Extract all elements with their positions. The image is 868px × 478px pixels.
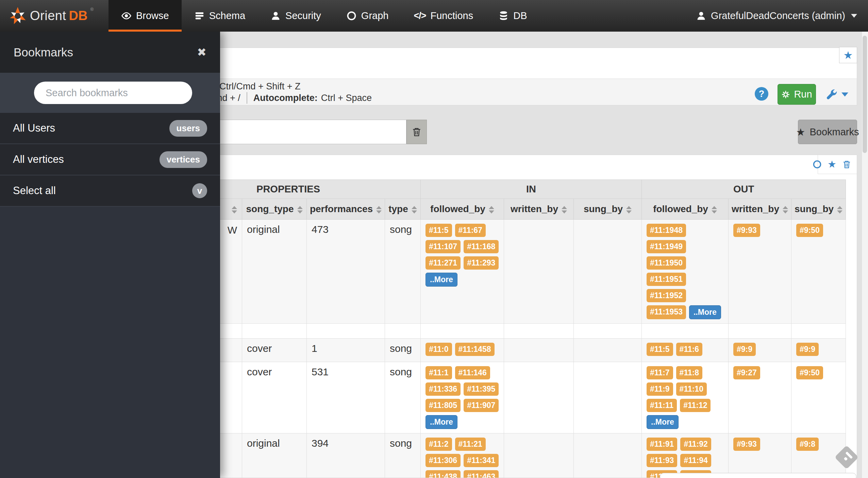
record-id-badge[interactable]: #11:1	[425, 366, 452, 379]
record-links: #9:93	[733, 438, 786, 451]
record-id-badge[interactable]: #11:107	[425, 240, 461, 253]
record-id-badge[interactable]: #9:93	[733, 438, 760, 451]
record-id-badge[interactable]: #11:438	[425, 470, 461, 478]
record-id-badge[interactable]: #11:1458	[455, 343, 495, 356]
bookmark-item-all-vertices[interactable]: All vertices vertices	[0, 144, 220, 175]
record-id-badge[interactable]: #11:21	[455, 438, 486, 451]
record-id-badge[interactable]: #11:336	[425, 382, 461, 396]
record-links: #11:1#11:146#11:336#11:395#11:805#11:907…	[425, 366, 499, 429]
record-id-badge[interactable]: #11:8	[676, 366, 703, 379]
horizontal-scrollbar[interactable]	[660, 473, 856, 478]
nav-tab-browse[interactable]: Browse	[108, 0, 182, 32]
record-id-badge[interactable]: #9:8	[796, 438, 819, 451]
vertical-scrollbar[interactable]	[862, 32, 868, 478]
column-header-performances[interactable]: performances	[307, 199, 385, 220]
record-id-badge[interactable]: #9:9	[796, 343, 819, 356]
record-id-badge[interactable]: #11:168	[464, 240, 499, 253]
nav-tab-db[interactable]: DB	[486, 0, 539, 32]
record-id-badge[interactable]: #11:1953	[647, 305, 686, 319]
column-header-type[interactable]: type	[385, 199, 421, 220]
record-id-badge[interactable]: #11:92	[680, 438, 711, 451]
record-id-badge[interactable]: #9:93	[733, 224, 760, 237]
nav-tab-graph[interactable]: Graph	[334, 0, 401, 32]
column-header-out-sung-by[interactable]: sung_by	[791, 199, 846, 220]
record-id-badge[interactable]: #11:12	[680, 399, 711, 412]
record-id-badge[interactable]: #11:463	[464, 470, 499, 478]
cell-out-sung-by: #9:9	[791, 339, 846, 362]
clear-query-button[interactable]	[406, 120, 427, 144]
record-id-badge[interactable]: #11:11	[647, 399, 677, 412]
record-id-badge[interactable]: #11:1952	[647, 289, 686, 302]
column-header-in-written-by[interactable]: written_by	[504, 199, 574, 220]
record-id-badge[interactable]: #11:0	[425, 343, 452, 356]
record-id-badge[interactable]: #11:907	[464, 399, 499, 412]
record-id-badge[interactable]: #11:94	[680, 454, 711, 467]
record-id-badge[interactable]: #11:91	[647, 438, 677, 451]
bookmark-item-all-users[interactable]: All Users users	[0, 113, 220, 144]
brand-text-db: DB	[69, 8, 87, 23]
record-id-badge[interactable]: #11:93	[647, 454, 677, 467]
record-id-badge[interactable]: #11:271	[425, 256, 461, 270]
more-button[interactable]: ..More	[689, 305, 721, 319]
record-id-badge[interactable]: #9:27	[733, 366, 760, 379]
run-button[interactable]: Run	[778, 84, 816, 105]
record-links: #9:50	[796, 224, 841, 237]
record-id-badge[interactable]: #11:9	[647, 382, 673, 396]
record-id-badge[interactable]: #11:5	[425, 224, 452, 237]
orientdb-logo[interactable]: OrientDB ®	[0, 0, 108, 32]
graph-view-icon[interactable]	[813, 160, 822, 169]
cell-in-written-by	[504, 433, 574, 478]
record-id-badge[interactable]: #11:2	[425, 438, 452, 451]
record-id-badge[interactable]: #11:1948	[647, 224, 686, 237]
vertical-scrollbar-thumb[interactable]	[863, 36, 867, 153]
more-button[interactable]: ..More	[647, 415, 679, 429]
column-header-out-written-by[interactable]: written_by	[729, 199, 791, 220]
record-id-badge[interactable]: #9:50	[796, 224, 823, 237]
record-id-badge[interactable]: #11:306	[425, 454, 461, 467]
cell-in-sung-by	[574, 362, 642, 433]
record-id-badge[interactable]: #11:1950	[647, 256, 686, 270]
user-menu[interactable]: GratefulDeadConcerts (admin)	[685, 0, 868, 32]
search-bookmarks-input[interactable]	[34, 82, 192, 104]
record-id-badge[interactable]: #11:67	[455, 224, 486, 237]
sort-icon	[783, 206, 788, 214]
nav-tab-label: DB	[513, 10, 527, 21]
hint-undo-redo: Ctrl/Cmd + Shift + Z	[219, 81, 301, 92]
bookmark-item-select-all[interactable]: Select all v	[0, 175, 220, 207]
record-id-badge[interactable]: #11:1951	[647, 273, 686, 286]
cell-in-sung-by	[574, 339, 642, 362]
record-id-badge[interactable]: #11:7	[647, 366, 673, 379]
help-button[interactable]: ?	[755, 87, 768, 101]
delete-results-icon[interactable]	[842, 160, 851, 169]
nav-tab-security[interactable]: Security	[258, 0, 334, 32]
close-icon[interactable]: ✖	[197, 47, 206, 58]
bookmark-class-badge: vertices	[160, 151, 207, 168]
nav-tab-schema[interactable]: Schema	[182, 0, 258, 32]
more-button[interactable]: ..More	[425, 273, 457, 287]
bookmarks-button[interactable]: ★ Bookmarks	[798, 120, 857, 144]
record-id-badge[interactable]: #11:6	[676, 343, 703, 356]
record-id-badge[interactable]: #9:9	[733, 343, 756, 356]
record-id-badge[interactable]: #9:50	[796, 366, 823, 379]
column-header-out-followed-by[interactable]: followed_by	[642, 199, 729, 220]
nav-tab-functions[interactable]: </> Functions	[401, 0, 486, 32]
record-id-badge[interactable]: #11:395	[464, 382, 499, 396]
query-options-dropdown[interactable]	[826, 89, 848, 100]
more-button[interactable]: ..More	[425, 415, 457, 429]
record-id-badge[interactable]: #11:10	[676, 382, 707, 396]
record-id-badge[interactable]: #11:293	[464, 256, 499, 270]
nav-tab-label: Functions	[430, 10, 473, 21]
cell-out-written-by: #9:93	[729, 220, 791, 324]
record-id-badge[interactable]: #11:1949	[647, 240, 686, 253]
record-id-badge[interactable]: #11:341	[464, 454, 499, 467]
record-id-badge[interactable]: #11:5	[647, 343, 673, 356]
record-id-badge[interactable]: #11:805	[425, 399, 461, 412]
column-header-in-sung-by[interactable]: sung_by	[574, 199, 642, 220]
bookmark-toggle-button[interactable]: ★	[839, 47, 857, 63]
column-header-song-type[interactable]: song_type	[242, 199, 307, 220]
bookmark-star-icon[interactable]: ★	[828, 159, 836, 169]
cell-in-followed-by	[421, 324, 504, 339]
record-id-badge[interactable]: #11:146	[455, 366, 490, 379]
sort-icon	[232, 206, 237, 214]
column-header-in-followed-by[interactable]: followed_by	[421, 199, 504, 220]
